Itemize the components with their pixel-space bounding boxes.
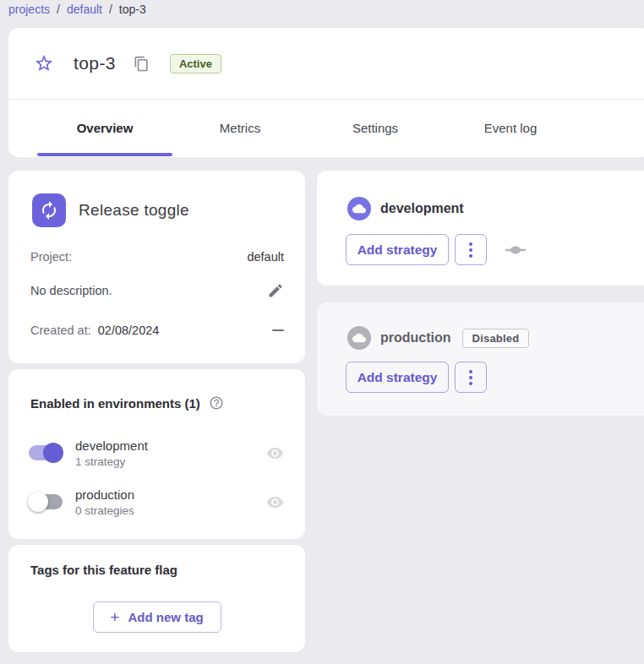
- add-strategy-button[interactable]: Add strategy: [346, 362, 449, 393]
- kebab-menu-icon[interactable]: [455, 234, 487, 265]
- production-toggle[interactable]: [28, 492, 63, 512]
- environment-name: production: [75, 487, 134, 502]
- cloud-icon: [347, 326, 371, 350]
- add-new-tag-label: Add new tag: [128, 610, 203, 624]
- development-strategies-panel: development Add strategy: [317, 171, 644, 286]
- development-panel-actions: Add strategy: [346, 234, 526, 265]
- flag-type-label: Release toggle: [79, 201, 189, 220]
- production-panel-header: production Disabled: [347, 326, 529, 350]
- environment-strategy-count: 1 strategy: [75, 455, 148, 468]
- tab-bar: Overview Metrics Settings Event log: [8, 100, 644, 156]
- feature-flag-page: projects / default / top-3 top-3 Active …: [0, 0, 644, 664]
- production-panel-actions: Add strategy: [346, 362, 487, 393]
- breadcrumb-separator: /: [109, 3, 112, 16]
- description-text: No description.: [30, 284, 112, 297]
- description-row: No description.: [30, 282, 284, 299]
- project-value: default: [247, 250, 284, 264]
- tab-overview[interactable]: Overview: [37, 100, 172, 156]
- lifecycle-icon[interactable]: [505, 245, 526, 255]
- project-row: Project: default: [30, 250, 284, 264]
- edit-pencil-icon[interactable]: [267, 282, 284, 299]
- tags-card-title: Tags for this feature flag: [30, 563, 177, 577]
- environment-row-production: production 0 strategies: [28, 483, 284, 520]
- breadcrumb: projects / default / top-3: [8, 3, 146, 16]
- flag-header-card: top-3 Active Overview Metrics Settings E…: [8, 28, 644, 157]
- help-icon[interactable]: [209, 395, 224, 411]
- production-panel-title: production: [380, 330, 451, 346]
- favorite-star-icon[interactable]: [34, 53, 54, 73]
- created-date: 02/08/2024: [98, 324, 160, 337]
- flag-type-row: Release toggle: [32, 193, 189, 227]
- copy-icon[interactable]: [134, 56, 150, 72]
- production-strategies-panel: production Disabled Add strategy: [317, 302, 644, 416]
- tags-card: Tags for this feature flag + Add new tag: [8, 545, 305, 652]
- created-row: Created at:02/08/2024: [30, 324, 284, 337]
- tab-settings[interactable]: Settings: [308, 100, 443, 156]
- add-new-tag-button[interactable]: + Add new tag: [93, 601, 221, 633]
- environment-strategy-count: 0 strategies: [75, 504, 134, 517]
- breadcrumb-projects-link[interactable]: projects: [8, 3, 50, 16]
- tab-metrics[interactable]: Metrics: [172, 100, 308, 156]
- cloud-icon: [347, 197, 371, 220]
- flag-details-card: Release toggle Project: default No descr…: [8, 171, 305, 363]
- created-label: Created at:: [30, 324, 91, 337]
- project-label: Project:: [30, 250, 72, 264]
- disabled-badge: Disabled: [462, 329, 530, 348]
- plus-icon: +: [110, 609, 119, 625]
- status-badge: Active: [170, 54, 221, 73]
- page-title: top-3: [74, 53, 116, 73]
- development-panel-header: development: [347, 197, 464, 220]
- development-toggle[interactable]: [28, 443, 63, 463]
- kebab-menu-icon[interactable]: [455, 362, 487, 393]
- breadcrumb-default-link[interactable]: default: [67, 3, 102, 16]
- development-panel-title: development: [380, 201, 464, 216]
- environments-card: Enabled in environments (1) development …: [8, 369, 305, 539]
- environments-card-header: Enabled in environments (1): [30, 395, 224, 411]
- environment-row-development: development 1 strategy: [28, 434, 284, 471]
- collapse-minus-icon[interactable]: [272, 329, 284, 332]
- breadcrumb-separator: /: [57, 3, 60, 16]
- add-strategy-button[interactable]: Add strategy: [346, 234, 449, 265]
- environments-card-title: Enabled in environments (1): [30, 396, 200, 411]
- release-toggle-icon: [32, 193, 66, 227]
- environment-name: development: [75, 438, 148, 453]
- eye-icon[interactable]: [266, 493, 284, 511]
- flag-title-row: top-3 Active: [8, 28, 644, 100]
- breadcrumb-current: top-3: [119, 3, 146, 16]
- tab-event-log[interactable]: Event log: [443, 100, 578, 156]
- eye-icon[interactable]: [266, 444, 284, 462]
